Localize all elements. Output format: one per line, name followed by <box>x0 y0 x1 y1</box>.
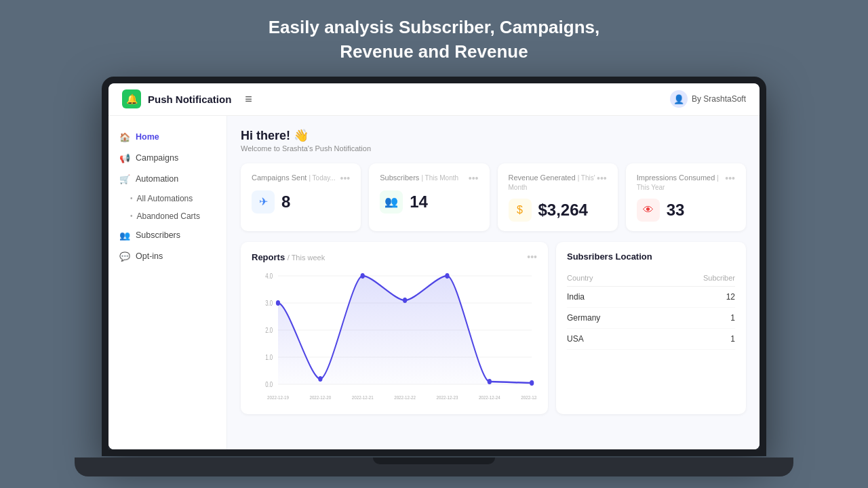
reports-card: Reports / This week ••• <box>241 242 548 414</box>
laptop-base <box>75 458 793 476</box>
avatar-icon: 👤 <box>670 90 688 108</box>
laptop-wrapper: 🔔 Push Notification ≡ 👤 By SrashtaSoft 🏠… <box>102 77 766 476</box>
stat-card-revenue: Revenue Generated | This' Month ••• $ $3… <box>498 163 618 232</box>
impressions-number: 33 <box>667 201 685 220</box>
chart-point-1 <box>318 376 322 382</box>
optins-icon: 💬 <box>119 251 130 262</box>
svg-text:2022-12-22: 2022-12-22 <box>394 395 416 401</box>
svg-text:3.0: 3.0 <box>265 300 273 307</box>
sidebar-label-optins: Opt-ins <box>136 251 163 261</box>
chart-point-3 <box>403 298 407 303</box>
sidebar-sub-abandoned-carts[interactable]: Abandoned Carts <box>108 207 226 225</box>
campaigns-stat-icon: ✈ <box>252 190 275 214</box>
sidebar-item-home[interactable]: 🏠 Home <box>108 127 226 148</box>
subscribers-stat-icon: 👥 <box>380 190 403 214</box>
location-table: Country Subcriber India 12 Germany 1 USA… <box>567 270 735 350</box>
svg-text:1.0: 1.0 <box>265 354 273 361</box>
stat-dots-impressions[interactable]: ••• <box>725 173 735 184</box>
all-automations-label: All Automations <box>137 194 193 203</box>
stat-card-campaigns: Campaigns Sent | Today... ••• ✈ 8 <box>241 163 361 232</box>
location-card: Subsribers Location Country Subcriber <box>556 242 746 414</box>
sidebar-label-campaigns: Campaigns <box>136 153 178 163</box>
stat-title-impressions: Impressions Consumed | This Year <box>637 173 726 192</box>
subscribers-icon: 👥 <box>119 230 130 241</box>
stat-card-header-subs: Subscribers | This Month ••• <box>380 173 478 184</box>
location-country: India <box>567 287 653 308</box>
impressions-stat-icon: 👁 <box>637 199 660 222</box>
sidebar-label-home: Home <box>136 132 159 142</box>
svg-text:2.0: 2.0 <box>265 327 273 334</box>
chart-point-2 <box>361 273 365 279</box>
stats-grid: Campaigns Sent | Today... ••• ✈ 8 <box>241 163 746 232</box>
subscribers-number: 14 <box>410 192 428 211</box>
location-title: Subsribers Location <box>567 251 735 262</box>
home-icon: 🏠 <box>119 132 130 142</box>
stat-dots-subscribers[interactable]: ••• <box>469 173 479 184</box>
chart-point-5 <box>488 379 492 384</box>
svg-text:0.0: 0.0 <box>265 381 273 388</box>
app-header-left: 🔔 Push Notification ≡ <box>122 89 252 108</box>
app-header-right: 👤 By SrashtaSoft <box>670 90 746 108</box>
location-row: Germany 1 <box>567 308 735 329</box>
stat-card-impressions: Impressions Consumed | This Year ••• 👁 3… <box>626 163 746 232</box>
location-count: 12 <box>653 287 735 308</box>
svg-text:2022-12-21: 2022-12-21 <box>352 395 374 401</box>
greeting-subtitle: Welcome to Srashta's Push Notification <box>241 144 746 152</box>
sidebar: 🏠 Home 📢 Campaigns 🛒 Automation All Auto… <box>108 116 227 449</box>
svg-text:2022-12-24: 2022-12-24 <box>479 395 500 401</box>
location-count: 1 <box>653 329 735 350</box>
bottom-grid: Reports / This week ••• <box>241 242 746 414</box>
svg-text:2022-12-23: 2022-12-23 <box>437 395 458 401</box>
campaigns-icon: 📢 <box>119 153 130 163</box>
stat-card-subscribers: Subscribers | This Month ••• 👥 14 <box>369 163 489 232</box>
app-body: 🏠 Home 📢 Campaigns 🛒 Automation All Auto… <box>108 116 760 449</box>
laptop-body: 🔔 Push Notification ≡ 👤 By SrashtaSoft 🏠… <box>102 77 766 456</box>
col-subscriber: Subcriber <box>653 270 735 287</box>
chart-point-0 <box>276 300 280 306</box>
location-row: India 12 <box>567 287 735 308</box>
sidebar-item-optins[interactable]: 💬 Opt-ins <box>108 246 226 267</box>
stat-value-subscribers: 👥 14 <box>380 190 478 214</box>
laptop-screen: 🔔 Push Notification ≡ 👤 By SrashtaSoft 🏠… <box>108 83 760 449</box>
stat-value-impressions: 👁 33 <box>637 199 735 222</box>
abandoned-carts-label: Abandoned Carts <box>137 211 200 221</box>
location-country: Germany <box>567 308 653 329</box>
sidebar-label-automation: Automation <box>136 174 178 184</box>
reports-header: Reports / This week ••• <box>252 251 537 262</box>
stat-title-campaigns: Campaigns Sent | Today... <box>252 173 336 182</box>
stat-dots-revenue[interactable]: ••• <box>597 173 607 184</box>
col-country: Country <box>567 270 653 287</box>
stat-value-revenue: $ $3,264 <box>509 199 607 222</box>
sidebar-item-automation[interactable]: 🛒 Automation <box>108 169 226 190</box>
svg-text:2022-12-25: 2022-12-25 <box>521 395 537 401</box>
stat-card-header-imp: Impressions Consumed | This Year ••• <box>637 173 735 192</box>
stat-title-subscribers: Subscribers | This Month <box>380 173 458 182</box>
chart-point-4 <box>445 273 449 279</box>
reports-chart: 4.0 3.0 2.0 1.0 0.0 <box>252 269 537 405</box>
stat-value-campaigns: ✈ 8 <box>252 190 350 214</box>
app-logo-icon: 🔔 <box>122 89 141 108</box>
sidebar-sub-all-automations[interactable]: All Automations <box>108 190 226 207</box>
chart-container: 4.0 3.0 2.0 1.0 0.0 <box>252 269 537 405</box>
sidebar-label-subscribers: Subscribers <box>136 230 180 240</box>
reports-title: Reports / This week <box>252 252 325 262</box>
svg-text:4.0: 4.0 <box>265 272 273 280</box>
campaigns-number: 8 <box>281 192 290 211</box>
hamburger-icon[interactable]: ≡ <box>245 92 252 106</box>
location-country: USA <box>567 329 653 350</box>
greeting-title: Hi there! 👋 <box>241 128 746 143</box>
reports-dots[interactable]: ••• <box>527 251 537 262</box>
chart-point-6 <box>530 380 534 386</box>
app-header: 🔔 Push Notification ≡ 👤 By SrashtaSoft <box>108 83 760 116</box>
app-title: Push Notification <box>148 94 231 105</box>
stat-card-header: Campaigns Sent | Today... ••• <box>252 173 350 184</box>
stat-dots-campaigns[interactable]: ••• <box>340 173 351 184</box>
location-count: 1 <box>653 308 735 329</box>
revenue-number: $3,264 <box>538 201 588 220</box>
automation-icon: 🛒 <box>119 174 130 184</box>
page-header: Easily analysis Subscriber, Campaigns, R… <box>269 0 599 77</box>
sidebar-item-campaigns[interactable]: 📢 Campaigns <box>108 148 226 169</box>
sidebar-item-subscribers[interactable]: 👥 Subscribers <box>108 225 226 246</box>
stat-title-revenue: Revenue Generated | This' Month <box>509 173 597 192</box>
stat-card-header-rev: Revenue Generated | This' Month ••• <box>509 173 607 192</box>
